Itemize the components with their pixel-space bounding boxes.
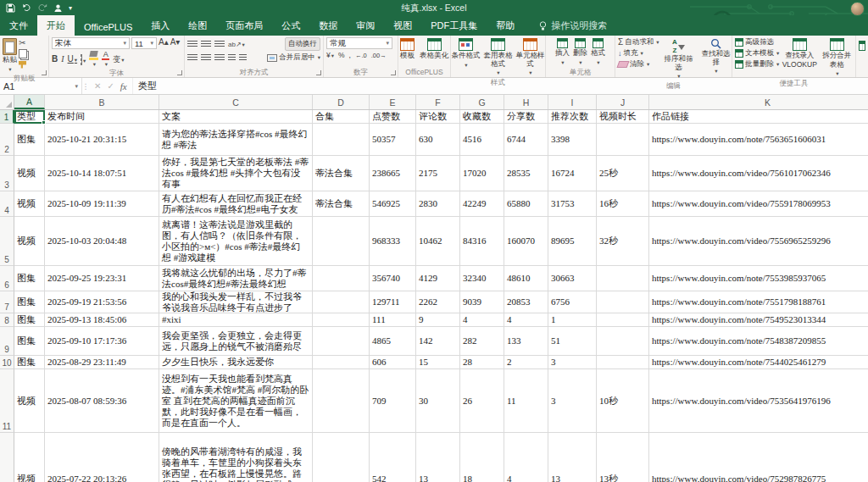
column-header-C[interactable]: C bbox=[159, 95, 313, 109]
orientation-button[interactable]: ab↗ bbox=[228, 41, 245, 48]
cell-C6[interactable]: 我将就这么忧郁的出场，尽力了#蒂法cos#最终幻想#蒂法最终幻想 bbox=[159, 266, 313, 291]
bold-button[interactable]: B bbox=[52, 54, 58, 64]
cell-A12[interactable]: 视频 bbox=[14, 433, 45, 482]
tab-文件[interactable]: 文件 bbox=[0, 15, 37, 36]
cell-C7[interactable]: 我的心和我头发一样乱，不过我爷爷说我音乐品味终于有点进步了 bbox=[159, 291, 313, 313]
tab-PDF工具集[interactable]: PDF工具集 bbox=[421, 15, 487, 36]
number-dialog-launcher[interactable] bbox=[391, 70, 396, 75]
cell-K5[interactable]: https://www.douyin.com/video/75569652592… bbox=[649, 217, 868, 266]
wrap-text-button[interactable]: 自动换行 bbox=[285, 37, 320, 51]
conditional-formatting-button[interactable]: 条件格式 bbox=[452, 37, 481, 69]
cell-B10[interactable]: 2025-08-29 23:11:49 bbox=[45, 356, 159, 369]
cell-K10[interactable]: https://www.douyin.com/note/754402546127… bbox=[649, 356, 868, 369]
paste-button[interactable]: 粘贴 bbox=[3, 37, 17, 73]
cell-A4[interactable]: 视频 bbox=[14, 191, 45, 217]
cell-I9[interactable]: 51 bbox=[548, 327, 597, 356]
cell-F2[interactable]: 630 bbox=[416, 124, 460, 156]
cell-C2[interactable]: 请为您的蒂法选择穿搭#cos #最终幻想 #蒂法 bbox=[159, 124, 313, 156]
cell-H4[interactable]: 65880 bbox=[504, 191, 548, 217]
cell-G7[interactable]: 9039 bbox=[460, 291, 504, 313]
cell-H8[interactable]: 4 bbox=[504, 313, 548, 327]
cell-F12[interactable]: 13 bbox=[416, 433, 460, 482]
cell-I5[interactable]: 89695 bbox=[548, 217, 597, 266]
clipboard-dialog-launcher[interactable] bbox=[42, 70, 47, 75]
row-header-12[interactable]: 12 bbox=[0, 433, 14, 482]
cell-E4[interactable]: 546925 bbox=[370, 191, 416, 217]
cell-I3[interactable]: 16724 bbox=[548, 156, 597, 191]
cell-G11[interactable]: 26 bbox=[460, 369, 504, 433]
format-as-table-button[interactable]: 套用表格格式 bbox=[482, 37, 515, 77]
cell-C3[interactable]: 你好，我是第七天堂的老板蒂法 #蒂法cos #最终幻想 #头摔个大包有没有事 bbox=[159, 156, 313, 191]
cell-E9[interactable]: 4865 bbox=[370, 327, 416, 356]
row-header-2[interactable]: 2 bbox=[0, 124, 14, 156]
align-center-button[interactable] bbox=[201, 54, 211, 62]
column-header-A[interactable]: A bbox=[14, 95, 45, 109]
fill-color-button[interactable] bbox=[89, 51, 98, 68]
fill-handle[interactable] bbox=[42, 120, 46, 125]
cell-I8[interactable]: 1 bbox=[548, 313, 597, 327]
cell-C5[interactable]: 就离谱！这蒂法说是游戏里截的图，有人信吗？（依旧条件有限，小区拍的>м<）#co… bbox=[159, 217, 313, 266]
cell-E6[interactable]: 356740 bbox=[370, 266, 416, 291]
cell-B9[interactable]: 2025-09-10 17:17:36 bbox=[45, 327, 159, 356]
cell-C11[interactable]: 没想到有一天我也能看到梵高真迹。#浦东美术馆#梵高 #阿尔勒的卧室 直到在梵高的… bbox=[159, 369, 313, 433]
cell-I1[interactable]: 推荐次数 bbox=[548, 110, 597, 124]
row-header-3[interactable]: 3 bbox=[0, 156, 14, 191]
cell-D5[interactable] bbox=[313, 217, 370, 266]
tab-插入[interactable]: 插入 bbox=[142, 15, 179, 36]
split-merge-button[interactable]: 拆分合并 表格 bbox=[820, 37, 854, 78]
tab-OfficePLUS[interactable]: OfficePLUS bbox=[75, 18, 142, 36]
cell-A6[interactable]: 图集 bbox=[14, 266, 45, 291]
redo-icon[interactable] bbox=[37, 3, 47, 12]
cell-G3[interactable]: 17020 bbox=[460, 156, 504, 191]
cell-B2[interactable]: 2025-10-21 20:31:15 bbox=[45, 124, 159, 156]
cell-B7[interactable]: 2025-09-19 21:53:56 bbox=[45, 291, 159, 313]
column-header-F[interactable]: F bbox=[416, 95, 460, 109]
alignment-dialog-launcher[interactable] bbox=[316, 70, 321, 75]
format-painter-button[interactable] bbox=[19, 59, 27, 69]
row-header-1[interactable]: 1 bbox=[0, 110, 14, 124]
align-middle-button[interactable] bbox=[201, 41, 211, 48]
cell-D9[interactable] bbox=[313, 327, 370, 356]
enter-icon[interactable]: ✓ bbox=[107, 81, 114, 91]
cell-D10[interactable] bbox=[313, 356, 370, 369]
delete-cells-button[interactable]: 删除 bbox=[573, 37, 587, 66]
cell-F4[interactable]: 2830 bbox=[416, 191, 460, 217]
row-header-9[interactable]: 9 bbox=[0, 327, 14, 356]
row-header-8[interactable]: 8 bbox=[0, 313, 14, 327]
cell-E2[interactable]: 50357 bbox=[370, 124, 416, 156]
increase-decimal-button[interactable]: ←.0 bbox=[355, 52, 367, 59]
cell-I6[interactable]: 30663 bbox=[548, 266, 597, 291]
cell-D2[interactable] bbox=[313, 124, 370, 156]
cell-J2[interactable] bbox=[597, 124, 649, 156]
align-bottom-button[interactable] bbox=[214, 41, 225, 48]
cell-E10[interactable]: 606 bbox=[370, 356, 416, 369]
batch-delete-button[interactable]: 批量删除 bbox=[735, 59, 779, 69]
cell-A8[interactable]: 图集 bbox=[14, 313, 45, 327]
cell-G10[interactable]: 28 bbox=[460, 356, 504, 369]
cell-G5[interactable]: 84316 bbox=[460, 217, 504, 266]
decrease-font-button[interactable]: A▾ bbox=[170, 37, 181, 49]
cell-I2[interactable]: 3398 bbox=[548, 124, 597, 156]
cell-H12[interactable]: 4 bbox=[504, 433, 548, 482]
cell-H11[interactable]: 11 bbox=[504, 369, 548, 433]
column-header-G[interactable]: G bbox=[460, 95, 504, 109]
increase-indent-button[interactable] bbox=[239, 54, 247, 62]
cell-B6[interactable]: 2025-09-25 19:23:31 bbox=[45, 266, 159, 291]
comma-button[interactable]: , bbox=[349, 51, 351, 59]
cell-J12[interactable]: 13秒 bbox=[597, 433, 649, 482]
cell-K2[interactable]: https://www.douyin.com/note/756365160603… bbox=[649, 124, 868, 156]
cell-B5[interactable]: 2025-10-03 20:04:48 bbox=[45, 217, 159, 266]
align-right-button[interactable] bbox=[214, 54, 225, 62]
text-template-button[interactable]: 文本模板 bbox=[735, 48, 779, 58]
row-header-10[interactable]: 10 bbox=[0, 356, 14, 369]
cell-J1[interactable]: 视频时长 bbox=[597, 110, 649, 124]
cell-A1[interactable]: 类型 bbox=[14, 110, 45, 124]
cell-G1[interactable]: 收藏数 bbox=[460, 110, 504, 124]
merge-center-button[interactable]: 合并后居中 bbox=[267, 53, 320, 63]
cell-H6[interactable]: 48610 bbox=[504, 266, 548, 291]
cell-K1[interactable]: 作品链接 bbox=[649, 110, 868, 124]
tell-me-search[interactable]: 操作说明搜索 bbox=[531, 15, 615, 36]
cell-J4[interactable]: 16秒 bbox=[597, 191, 649, 217]
cell-H5[interactable]: 160070 bbox=[504, 217, 548, 266]
tab-公式[interactable]: 公式 bbox=[272, 15, 309, 36]
